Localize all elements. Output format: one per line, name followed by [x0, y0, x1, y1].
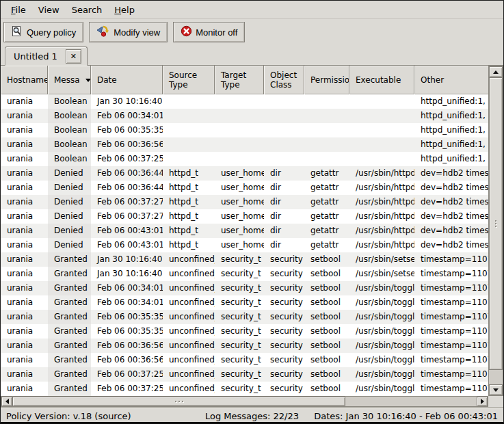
table-cell: Boolean [48, 123, 91, 137]
tab-untitled-1[interactable]: Untitled 1 ✕ [5, 47, 88, 66]
table-cell: user_home_ [215, 181, 264, 195]
grip-dots-icon [495, 220, 496, 227]
table-row[interactable]: uraniaBooleanFeb 06 00:34:01httpd_unifie… [1, 109, 488, 123]
table-cell: timestamp=11076 [414, 353, 488, 367]
table-row[interactable]: uraniaGrantedFeb 06 00:35:35unconfined_s… [1, 324, 488, 339]
table-row[interactable]: uraniaGrantedFeb 06 00:37:25unconfined_s… [1, 367, 488, 382]
table-row[interactable]: uraniaDeniedFeb 06 00:43:01httpd_tuser_h… [1, 224, 488, 238]
table-cell: getattr [304, 209, 349, 224]
horizontal-scrollbar[interactable] [1, 396, 488, 407]
table-row[interactable]: uraniaBooleanFeb 06 00:37:25httpd_unifie… [1, 152, 488, 166]
scroll-down-button[interactable] [489, 384, 503, 395]
table-cell: /usr/sbin/setseb [349, 252, 414, 267]
column-header-permission[interactable]: Permission [304, 66, 349, 94]
scrollbar-corner [488, 396, 503, 407]
table-cell: timestamp=11076 [414, 324, 488, 339]
table-cell: security_t [215, 367, 264, 382]
vertical-scrollbar-thumb[interactable] [489, 77, 503, 370]
table-cell: getattr [304, 195, 349, 209]
close-icon: ✕ [70, 53, 77, 60]
table-row[interactable]: uraniaGrantedFeb 06 00:35:35unconfined_s… [1, 310, 488, 324]
table-row[interactable]: uraniaGrantedJan 30 10:16:40unconfined_s… [1, 267, 488, 281]
table-cell: httpd_t [163, 195, 215, 209]
table-row[interactable]: uraniaGrantedFeb 06 00:34:01unconfined_s… [1, 295, 488, 310]
column-header-date[interactable]: Date [91, 66, 163, 94]
query-policy-button[interactable]: Query policy [3, 22, 83, 42]
table-cell: unconfined_ [163, 382, 215, 396]
table-cell: unconfined_ [163, 252, 215, 267]
scroll-right-button[interactable] [477, 397, 488, 406]
table-cell: security_t [215, 353, 264, 367]
table-cell: Jan 30 10:16:40 [91, 252, 163, 267]
table-cell: security_t [215, 295, 264, 310]
table-cell: Feb 06 00:43:01 [91, 238, 163, 252]
table-row[interactable]: uraniaDeniedFeb 06 00:36:44httpd_tuser_h… [1, 181, 488, 195]
table-row[interactable]: uraniaGrantedJan 30 10:16:40unconfined_s… [1, 252, 488, 267]
table-cell: Granted [48, 367, 91, 382]
table-cell: dev=hdb2 timesta [414, 224, 488, 238]
table-row[interactable]: uraniaDeniedFeb 06 00:37:27httpd_tuser_h… [1, 195, 488, 209]
table-cell [264, 152, 304, 166]
tab-close-button[interactable]: ✕ [66, 49, 81, 64]
table-cell: unconfined_ [163, 353, 215, 367]
table-row[interactable]: uraniaGrantedFeb 06 00:34:01unconfined_s… [1, 281, 488, 295]
table-cell: /usr/sbin/toggle [349, 382, 414, 396]
column-header-other[interactable]: Other [414, 66, 488, 94]
table-cell: /usr/sbin/httpd [349, 166, 414, 181]
magnifier-document-icon [11, 25, 23, 40]
column-header-executable[interactable]: Executable [349, 66, 414, 94]
table-header-row: HostnameMessaDateSource TypeTarget TypeO… [1, 66, 488, 94]
scroll-left-button[interactable] [1, 397, 12, 406]
table-cell: dev=hdb2 timesta [414, 209, 488, 224]
monitor-off-label: Monitor off [196, 27, 237, 38]
menu-file[interactable]: File [5, 3, 32, 17]
tab-bar: Untitled 1 ✕ [1, 45, 503, 66]
table-cell: dev=hdb2 timesta [414, 238, 488, 252]
scroll-up-button[interactable] [489, 66, 503, 77]
table-row[interactable]: uraniaGrantedFeb 06 00:36:56unconfined_s… [1, 339, 488, 353]
column-header-messa[interactable]: Messa [48, 66, 91, 94]
column-header-label: Object Class [270, 70, 300, 90]
table-cell: /usr/sbin/setseb [349, 267, 414, 281]
table-row[interactable]: uraniaDeniedFeb 06 00:43:01httpd_tuser_h… [1, 238, 488, 252]
table-row[interactable]: uraniaDeniedFeb 06 00:37:27httpd_tuser_h… [1, 209, 488, 224]
monitor-off-button[interactable]: Monitor off [173, 22, 245, 42]
table-cell: setbool [304, 281, 349, 295]
table-row[interactable]: uraniaBooleanJan 30 10:16:40httpd_unifie… [1, 94, 488, 109]
modify-view-icon [96, 25, 110, 40]
vertical-scrollbar[interactable] [488, 66, 503, 396]
table-cell: setbool [304, 310, 349, 324]
table-cell: timestamp=11076 [414, 295, 488, 310]
table-cell [304, 137, 349, 152]
menu-view[interactable]: View [32, 3, 66, 17]
horizontal-scrollbar-thumb[interactable] [12, 397, 345, 406]
table-cell: Feb 06 00:37:25 [91, 367, 163, 382]
column-header-hostname[interactable]: Hostname [1, 66, 48, 94]
table-cell: dir [264, 209, 304, 224]
column-header-target-type[interactable]: Target Type [215, 66, 264, 94]
column-header-object-class[interactable]: Object Class [264, 66, 304, 94]
table-cell: httpd_t [163, 166, 215, 181]
modify-view-button[interactable]: Modify view [89, 22, 168, 42]
table-cell: Granted [48, 281, 91, 295]
table-cell: urania [1, 181, 48, 195]
table-row[interactable]: uraniaDeniedFeb 06 00:36:44httpd_tuser_h… [1, 166, 488, 181]
table-cell: urania [1, 252, 48, 267]
table-row[interactable]: uraniaBooleanFeb 06 00:36:56httpd_unifie… [1, 137, 488, 152]
table-cell: Granted [48, 324, 91, 339]
table-cell: /usr/sbin/toggle [349, 353, 414, 367]
table-cell [163, 109, 215, 123]
menu-help[interactable]: Help [108, 3, 141, 17]
table-row[interactable]: uraniaBooleanFeb 06 00:35:35httpd_unifie… [1, 123, 488, 137]
table-row[interactable]: uraniaGrantedFeb 06 00:36:56unconfined_s… [1, 353, 488, 367]
vertical-scrollbar-track[interactable] [489, 370, 503, 384]
table-cell: urania [1, 281, 48, 295]
table-row[interactable]: uraniaGrantedFeb 06 00:37:25unconfined_s… [1, 382, 488, 396]
table-cell: httpd_t [163, 224, 215, 238]
column-header-source-type[interactable]: Source Type [163, 66, 215, 94]
menu-search[interactable]: Search [66, 3, 109, 17]
table-cell: Feb 06 00:34:01 [91, 295, 163, 310]
horizontal-scrollbar-track[interactable] [345, 397, 477, 406]
table-cell: dev=hdb2 timesta [414, 166, 488, 181]
table-cell: urania [1, 94, 48, 109]
